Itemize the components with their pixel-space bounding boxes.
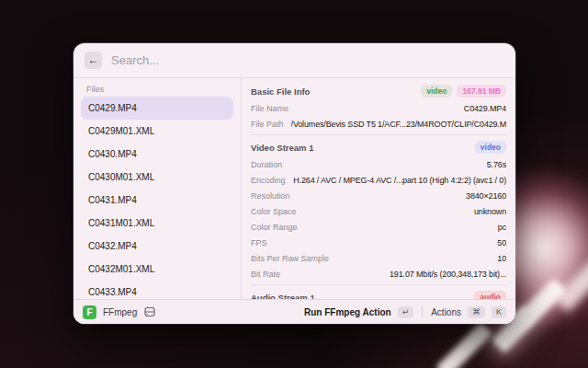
badge-group: video 167.91 MB bbox=[421, 85, 506, 98]
detail-value: 3840×2160 bbox=[466, 191, 506, 201]
files-panel: Files C0429.MP4 C0429M01.XML C0430.MP4 C… bbox=[74, 78, 242, 299]
raycast-window: ← Files C0429.MP4 C0429M01.XML C0430.MP4… bbox=[74, 43, 515, 324]
detail-value: pc bbox=[498, 223, 506, 232]
detail-value: 50 bbox=[497, 238, 506, 247]
details-panel: Basic File Info video 167.91 MB File Nam… bbox=[242, 78, 515, 299]
cmd-key-badge[interactable]: ⌘ bbox=[468, 306, 485, 318]
detail-value: unknown bbox=[474, 207, 506, 216]
action-bar: F FFmpeg Run FFmpeg Action ↵ Actions ⌘ K bbox=[74, 299, 515, 324]
video-type-badge: video bbox=[421, 85, 452, 98]
detail-row: File Path /Volumes/Bevis SSD T5 1/ACF...… bbox=[251, 116, 506, 132]
video-stream-badge: video bbox=[475, 141, 506, 154]
detail-value: 5.76s bbox=[487, 160, 506, 169]
actions-button[interactable]: Actions bbox=[431, 307, 461, 317]
file-list-item[interactable]: C0430.MP4 bbox=[81, 143, 233, 166]
app-name: FFmpeg bbox=[103, 307, 137, 317]
detail-label: File Path bbox=[251, 120, 284, 129]
file-size-badge: 167.91 MB bbox=[457, 85, 506, 98]
detail-value: /Volumes/Bevis SSD T5 1/ACF...23/M4ROOT/… bbox=[291, 120, 506, 129]
file-list-item[interactable]: C0431.MP4 bbox=[81, 189, 233, 212]
detail-row: Duration 5.76s bbox=[251, 156, 506, 172]
file-list-item[interactable]: C0429.MP4 bbox=[81, 97, 233, 120]
section-title: Basic File Info bbox=[251, 86, 310, 97]
footer-divider bbox=[422, 306, 423, 317]
file-list-item[interactable]: C0432M01.XML bbox=[81, 258, 233, 281]
detail-label: Color Range bbox=[251, 223, 298, 232]
badge-group: audio bbox=[474, 291, 506, 299]
detail-value: 10 bbox=[497, 254, 506, 263]
section-video-stream-1: Video Stream 1 video bbox=[251, 138, 506, 156]
file-list-item[interactable]: C0433.MP4 bbox=[81, 281, 233, 299]
detail-value: 191.07 Mbit/s (200,348,173 bit)... bbox=[390, 270, 506, 279]
detail-row: Bit Rate 191.07 Mbit/s (200,348,173 bit)… bbox=[251, 266, 506, 282]
detail-label: Resolution bbox=[251, 191, 290, 201]
detail-label: FPS bbox=[251, 238, 267, 247]
detail-row: Resolution 3840×2160 bbox=[251, 188, 506, 203]
detail-label: Color Space bbox=[251, 207, 297, 216]
section-audio-stream-1: Audio Stream 1 audio bbox=[251, 288, 506, 299]
search-input[interactable] bbox=[111, 53, 504, 67]
detail-label: Bits Per Raw Sample bbox=[251, 254, 329, 263]
audio-stream-badge: audio bbox=[474, 291, 506, 299]
detail-row: Bits Per Raw Sample 10 bbox=[251, 250, 506, 266]
detail-value: C0429.MP4 bbox=[464, 104, 506, 113]
section-title: Audio Stream 1 bbox=[251, 293, 315, 300]
back-button[interactable]: ← bbox=[85, 52, 102, 69]
detail-row: File Name C0429.MP4 bbox=[251, 100, 506, 116]
section-title: Video Stream 1 bbox=[251, 143, 313, 153]
detail-label: Encoding bbox=[251, 176, 286, 185]
file-list-item[interactable]: C0430M01.XML bbox=[81, 166, 233, 189]
detail-label: Bit Rate bbox=[251, 270, 280, 279]
detail-row: Encoding H.264 / AVC / MPEG-4 AVC /...pa… bbox=[251, 172, 506, 188]
section-divider bbox=[251, 284, 506, 285]
detail-row: Color Space unknown bbox=[251, 203, 506, 219]
return-key-badge[interactable]: ↵ bbox=[398, 306, 414, 318]
search-bar: ← bbox=[74, 43, 515, 78]
file-list-item[interactable]: C0429M01.XML bbox=[81, 120, 233, 143]
hard-drive-icon[interactable] bbox=[143, 305, 156, 318]
section-basic-file-info: Basic File Info video 167.91 MB bbox=[251, 82, 506, 100]
run-ffmpeg-action-button[interactable]: Run FFmpeg Action bbox=[304, 307, 391, 317]
detail-row: FPS 50 bbox=[251, 235, 506, 250]
detail-label: File Name bbox=[251, 104, 288, 113]
ffmpeg-app-icon: F bbox=[83, 305, 96, 319]
section-divider bbox=[251, 134, 506, 135]
file-list-item[interactable]: C0431M01.XML bbox=[81, 212, 233, 235]
badge-group: video bbox=[475, 141, 506, 154]
content-area: Files C0429.MP4 C0429M01.XML C0430.MP4 C… bbox=[74, 78, 515, 299]
detail-value: H.264 / AVC / MPEG-4 AVC /...part 10 (Hi… bbox=[293, 176, 506, 185]
files-header: Files bbox=[81, 82, 233, 97]
detail-row: Color Range pc bbox=[251, 219, 506, 235]
detail-label: Duration bbox=[251, 160, 282, 169]
file-list-item[interactable]: C0432.MP4 bbox=[81, 235, 233, 258]
k-key-badge[interactable]: K bbox=[492, 306, 506, 318]
